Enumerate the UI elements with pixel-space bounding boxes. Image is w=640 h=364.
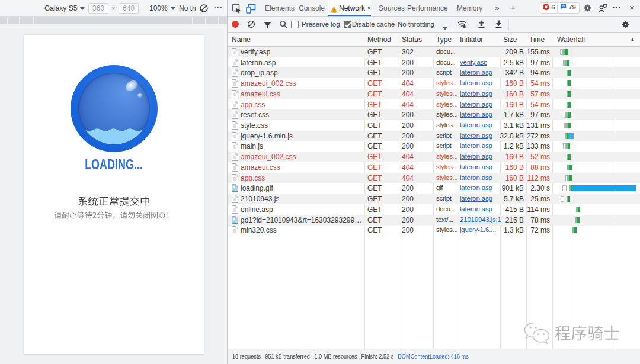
- add-tab-icon[interactable]: +: [510, 2, 516, 12]
- network-request-row[interactable]: min320.cssGET200styles...jquery-1.6....1…: [228, 225, 640, 236]
- waterfall-bar[interactable]: [576, 207, 580, 212]
- tab-console[interactable]: Console: [299, 4, 325, 12]
- tab-elements[interactable]: Elements: [265, 4, 295, 12]
- sphere-water: [78, 73, 150, 144]
- waterfall-bar[interactable]: [567, 165, 572, 170]
- toggle-device-toolbar-icon[interactable]: [246, 4, 256, 16]
- status-bar-item[interactable]: DOMContentLoaded: 416 ms: [398, 353, 469, 360]
- media-query-segment[interactable]: [219, 17, 227, 24]
- column-header-initiator[interactable]: Initiator: [460, 36, 483, 44]
- network-settings-gear-icon[interactable]: [621, 20, 630, 31]
- network-conditions-icon[interactable]: [457, 20, 467, 31]
- preserve-log-checkbox[interactable]: [291, 21, 299, 28]
- devtools-more-options-icon[interactable]: ⋯: [612, 2, 620, 12]
- sort-arrow-icon[interactable]: ▲: [630, 37, 635, 43]
- network-request-row[interactable]: amazeui_002.cssGET404styles...lateron.as…: [228, 152, 640, 162]
- network-request-row[interactable]: amazeui_002.cssGET404styles...lateron.as…: [228, 78, 640, 89]
- media-query-segment[interactable]: [34, 17, 192, 24]
- waterfall-bar[interactable]: [566, 123, 571, 128]
- column-header-waterfall[interactable]: Waterfall: [557, 36, 585, 44]
- waterfall-bar[interactable]: [566, 112, 571, 118]
- waterfall-bar[interactable]: [567, 80, 571, 86]
- preserve-log-label[interactable]: Preserve log: [302, 21, 340, 28]
- media-query-segment[interactable]: [20, 17, 33, 24]
- column-header-name[interactable]: Name: [232, 36, 251, 44]
- network-request-row[interactable]: style.cssGET200styles...lateron.asp3.1 k…: [228, 120, 640, 131]
- waterfall-bar[interactable]: [572, 185, 636, 191]
- waterfall-bar[interactable]: [567, 70, 571, 76]
- device-height-input[interactable]: [119, 3, 139, 14]
- media-query-bar[interactable]: [0, 17, 227, 24]
- record-network-log-icon[interactable]: [232, 21, 239, 28]
- waterfall-bar[interactable]: [567, 154, 571, 160]
- network-request-row[interactable]: reset.cssGET200styles...lateron.asp1.7 k…: [228, 109, 640, 120]
- disable-cache-checkbox[interactable]: [344, 21, 351, 28]
- feedback-person-icon[interactable]: [598, 4, 607, 15]
- devtools-close-icon[interactable]: ×: [629, 2, 635, 12]
- device-zoom-select[interactable]: 100%: [149, 4, 175, 12]
- error-count-badge[interactable]: 6: [540, 2, 559, 14]
- request-time: 72 ms: [508, 226, 550, 234]
- block-icon[interactable]: [199, 4, 209, 15]
- waterfall-bar[interactable]: [575, 217, 580, 223]
- settings-gear-icon[interactable]: [583, 4, 592, 15]
- media-query-segment[interactable]: [206, 17, 218, 24]
- tab-sources[interactable]: Sources: [379, 4, 405, 12]
- network-request-row[interactable]: 21010943.jsGET200scriptlateron.asp5.7 kB…: [228, 194, 640, 204]
- network-request-row[interactable]: jquery-1.6.min.jsGET200scriptlateron.asp…: [228, 131, 640, 141]
- device-width-input[interactable]: [88, 3, 108, 14]
- waterfall-bar[interactable]: [568, 133, 574, 139]
- media-query-segment[interactable]: [193, 17, 205, 24]
- disable-cache-label[interactable]: Disable cache: [352, 21, 395, 28]
- column-header-size[interactable]: Size: [503, 36, 517, 44]
- waterfall-bar[interactable]: [567, 175, 572, 181]
- request-method: GET: [367, 184, 382, 192]
- column-header-status[interactable]: Status: [402, 36, 422, 44]
- tab-performance[interactable]: Performance: [407, 4, 448, 12]
- device-throttle-select[interactable]: No throttling: [179, 4, 196, 12]
- network-request-row[interactable]: verify.aspGET302docu...209 B155 ms: [228, 47, 640, 57]
- waterfall-bar[interactable]: [562, 49, 568, 55]
- column-header-time[interactable]: Time: [529, 36, 545, 44]
- inspect-element-icon[interactable]: [232, 4, 242, 16]
- tab-network[interactable]: Network: [339, 4, 365, 12]
- waterfall-bar[interactable]: [561, 196, 564, 202]
- clear-network-log-icon[interactable]: [247, 20, 255, 31]
- media-query-segment[interactable]: [0, 17, 7, 24]
- network-request-row[interactable]: amazeui.cssGET404styles...lateron.asp160…: [228, 162, 640, 173]
- filter-icon[interactable]: [264, 21, 271, 31]
- issues-count-badge[interactable]: 79: [557, 2, 580, 14]
- tab-memory[interactable]: Memory: [457, 4, 482, 12]
- waterfall-bar[interactable]: [565, 60, 569, 66]
- waterfall-bar[interactable]: [566, 143, 570, 149]
- request-status: 404: [402, 79, 414, 88]
- network-request-row[interactable]: lateron.aspGET200docu...verify.asp2.5 kB…: [228, 57, 640, 68]
- request-name: reset.css: [241, 111, 269, 119]
- network-request-row[interactable]: main.jsGET200scriptlateron.asp1.2 kB133 …: [228, 141, 640, 152]
- waterfall-bar[interactable]: [567, 102, 571, 108]
- network-request-row[interactable]: loading.gifGET200giflateron.asp901 kB2.3…: [228, 183, 640, 194]
- more-tabs-icon[interactable]: »: [495, 3, 500, 12]
- network-request-row[interactable]: app.cssGET404styles...lateron.asp160 B54…: [228, 99, 640, 110]
- waterfall-bar[interactable]: [572, 227, 577, 233]
- waterfall-bar[interactable]: [567, 91, 571, 97]
- search-icon[interactable]: [279, 20, 287, 31]
- network-request-row[interactable]: drop_ip.aspGET200scriptlateron.asp342 B9…: [228, 67, 640, 78]
- tab-network-close-icon[interactable]: ×: [367, 4, 372, 12]
- network-request-row[interactable]: amazeui.cssGET404styles...lateron.asp160…: [228, 89, 640, 99]
- network-request-row[interactable]: app.cssGET404styles...lateron.asp160 B11…: [228, 173, 640, 183]
- column-header-method[interactable]: Method: [367, 36, 391, 44]
- device-more-options-icon[interactable]: ⋯: [213, 2, 222, 12]
- waterfall-bar[interactable]: [567, 196, 570, 202]
- import-har-icon[interactable]: [478, 20, 485, 31]
- column-header-type[interactable]: Type: [436, 36, 452, 44]
- throttling-select[interactable]: No throttling: [398, 21, 434, 28]
- request-time: 88 ms: [508, 163, 550, 172]
- media-query-segment[interactable]: [8, 17, 19, 24]
- device-select[interactable]: Galaxy S5: [44, 4, 85, 12]
- waterfall-bar[interactable]: [562, 185, 567, 191]
- export-har-icon[interactable]: [495, 20, 503, 31]
- network-request-row[interactable]: go1?id=21010943&rt=1630329329901&rl=3...…: [228, 215, 640, 226]
- network-request-row[interactable]: online.aspGET200docu...lateron.asp415 B1…: [228, 204, 640, 215]
- error-icon: [543, 4, 549, 10]
